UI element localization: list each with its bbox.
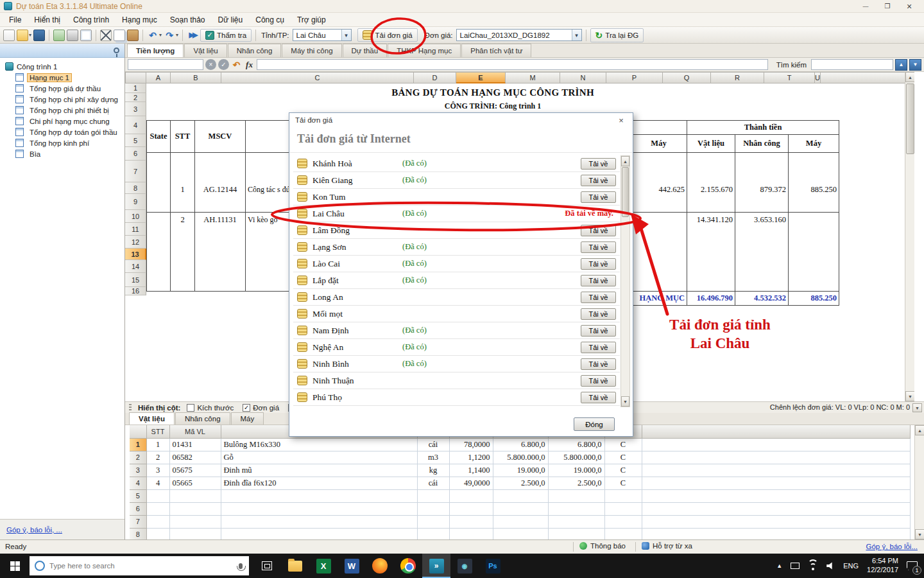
cell[interactable]: [147, 254, 171, 267]
task-view-button[interactable]: [253, 554, 281, 578]
cell-name-box[interactable]: [128, 59, 203, 70]
column-header[interactable]: U: [815, 72, 821, 83]
search-down-button[interactable]: ▼: [909, 59, 921, 71]
row-header[interactable]: 6: [130, 502, 146, 515]
cell-ten[interactable]: Đinh mũ: [221, 464, 417, 477]
cell[interactable]: [631, 228, 687, 241]
cell[interactable]: [631, 278, 687, 291]
cell[interactable]: [195, 278, 246, 291]
cell[interactable]: [631, 165, 687, 179]
row-header[interactable]: 4: [130, 477, 146, 489]
cell[interactable]: [171, 291, 195, 305]
cell[interactable]: [171, 228, 195, 241]
header-stt[interactable]: STT: [171, 120, 195, 152]
cell[interactable]: [171, 165, 195, 179]
header-thanh-tien[interactable]: Thành tiền: [687, 120, 839, 134]
column-header[interactable]: T: [764, 72, 815, 83]
bottom-vertical-scrollbar[interactable]: ▲ ▼: [914, 425, 924, 539]
cell[interactable]: [687, 152, 735, 165]
header-stt[interactable]: STT: [146, 425, 169, 438]
cell-don-gia2[interactable]: 19.000,0: [548, 464, 604, 477]
cell[interactable]: [642, 451, 910, 464]
file-explorer-button[interactable]: [281, 554, 309, 578]
cell-ma[interactable]: 06582: [169, 451, 221, 464]
row-header[interactable]: 9: [125, 194, 146, 210]
volume-icon[interactable]: [826, 562, 835, 570]
cell[interactable]: [449, 528, 493, 539]
province-select[interactable]: Lai Châu: [293, 29, 352, 41]
download-button[interactable]: Tải về: [581, 308, 616, 320]
cell[interactable]: [417, 528, 449, 539]
row-header[interactable]: 8: [130, 528, 146, 539]
cell[interactable]: [687, 200, 735, 212]
cell-ma[interactable]: 05675: [169, 464, 221, 477]
cell[interactable]: [169, 502, 221, 515]
chevron-down-icon[interactable]: ▾: [159, 32, 162, 38]
cell[interactable]: [789, 200, 839, 212]
copy-icon[interactable]: [114, 30, 125, 41]
cell[interactable]: [687, 267, 735, 278]
menu-item[interactable]: File: [3, 13, 28, 26]
cell[interactable]: [221, 489, 417, 502]
cell[interactable]: [449, 502, 493, 515]
cell[interactable]: [169, 515, 221, 528]
cell[interactable]: [604, 528, 642, 539]
cancel-icon[interactable]: ×: [205, 59, 216, 70]
cell-dvt[interactable]: cái: [417, 477, 449, 489]
cell[interactable]: [146, 489, 169, 502]
media-app-button[interactable]: ◉: [450, 554, 479, 578]
cell-khoi-luong[interactable]: 49,0000: [449, 477, 493, 489]
tree-root-project[interactable]: Công trình 1: [4, 61, 124, 72]
cell-may[interactable]: 442.625: [631, 179, 687, 200]
cell-vat-lieu[interactable]: 2.155.670: [687, 179, 735, 200]
chrome-button[interactable]: [394, 554, 422, 578]
cell[interactable]: [417, 489, 449, 502]
cell[interactable]: [171, 254, 195, 267]
cell-khoi-luong[interactable]: 1,1200: [449, 451, 493, 464]
undo-icon[interactable]: ↶: [147, 30, 158, 41]
cell[interactable]: [642, 515, 910, 528]
province-row[interactable]: Long An Tải về: [293, 289, 620, 306]
cell[interactable]: [146, 528, 169, 539]
download-button[interactable]: Tải về: [581, 292, 616, 303]
cell-nguon[interactable]: C: [604, 451, 642, 464]
cell[interactable]: [642, 502, 910, 515]
language-indicator[interactable]: ENG: [843, 562, 859, 570]
cell[interactable]: [789, 212, 839, 228]
chevron-down-icon[interactable]: ▼: [912, 403, 922, 412]
sheet-tab[interactable]: Dự thầu: [343, 44, 388, 57]
cell[interactable]: [493, 528, 548, 539]
cell-stt[interactable]: 1: [146, 438, 169, 451]
cell-don-gia2[interactable]: 6.800,0: [548, 438, 604, 451]
cell-don-gia2[interactable]: 5.800.000,0: [548, 451, 604, 464]
sheet-tab[interactable]: Nhân công: [228, 44, 282, 57]
notifications-item[interactable]: Thông báo: [579, 542, 626, 550]
download-button[interactable]: Tải về: [581, 275, 616, 286]
header-vat-lieu[interactable]: Vật liệu: [687, 134, 735, 152]
revert-icon[interactable]: ↶: [231, 59, 242, 70]
column-header[interactable]: A: [146, 72, 171, 83]
cell[interactable]: [417, 515, 449, 528]
row-header[interactable]: 3: [125, 102, 146, 116]
cell-don-gia[interactable]: 19.000,0: [493, 464, 548, 477]
scroll-up-button[interactable]: ▲: [915, 425, 924, 435]
download-unit-price-button[interactable]: Tải đơn giá: [357, 28, 418, 42]
cell-total-may[interactable]: 885.250: [789, 291, 839, 305]
province-row[interactable]: Kon Tum Tải về: [293, 189, 620, 206]
cell[interactable]: [631, 152, 687, 165]
row-header[interactable]: 16: [125, 287, 146, 295]
chevron-down-icon[interactable]: ▾: [29, 32, 31, 38]
cell[interactable]: [604, 515, 642, 528]
header-mscv[interactable]: MSCV: [195, 120, 246, 152]
cell[interactable]: [687, 165, 735, 179]
column-checkbox[interactable]: Kích thước: [187, 404, 234, 412]
tree-item[interactable]: Tổng hợp dự toán gói thầu: [4, 127, 124, 137]
province-row[interactable]: Ninh Thuận Tải về: [293, 372, 620, 389]
cell-nhan-cong[interactable]: 879.372: [735, 179, 789, 200]
materials-table[interactable]: STT Mã VL 1 1 01431 Bulông M16x330 cái 7…: [130, 425, 911, 539]
vertical-scrollbar[interactable]: ▲ ▼: [905, 72, 914, 401]
header-nhan-cong[interactable]: Nhân công: [735, 134, 789, 152]
print-preview-icon[interactable]: [80, 30, 92, 41]
drag-grip-icon[interactable]: [129, 404, 132, 412]
cell[interactable]: [169, 528, 221, 539]
